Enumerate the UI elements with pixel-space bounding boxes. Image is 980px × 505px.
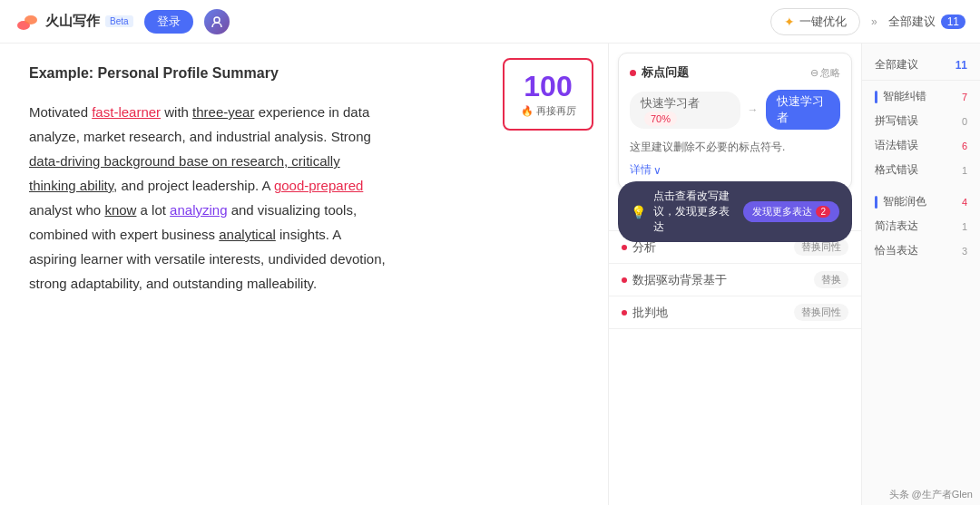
sparkle-icon: ✦ [784,15,795,29]
content-aspiring: aspiring learner with versatile interest… [29,251,386,267]
svg-point-1 [24,15,37,24]
right-label-5: 简洁表达 [875,219,918,234]
content-tools: and visualizing tools, [228,202,358,218]
right-count-1: 0 [962,116,967,127]
right-label-1: 拼写错误 [875,113,918,129]
score-chip: 70% [644,112,677,126]
right-label-2: 语法错误 [875,138,918,153]
tooltip-bar: 💡 点击查看改写建议，发现更多表达 发现更多表达 2 [618,181,852,242]
all-suggestions-label: 全部建议 [875,57,918,73]
logo-text: 火山写作 [45,13,100,30]
right-item-0[interactable]: 智能纠错 7 [862,84,980,109]
right-label-0: 智能纠错 [883,89,926,104]
mini-dot-1 [622,245,627,250]
right-count-3: 1 [962,165,967,176]
content-line4: analyze, market research, and industrial… [29,129,371,144]
word-original: 快速学习者 70% [630,92,740,129]
document-title: Example: Personal Profile Summary [29,65,579,82]
content-strong: strong adaptability, and outstanding mal… [29,276,317,291]
right-bar-0 [875,91,877,103]
right-count-0: 7 [962,92,967,102]
highlight-thinking-ability: thinking ability [29,178,113,193]
highlight-analytical: analytical [219,227,276,242]
right-item-4[interactable]: 智能润色 4 [862,189,980,214]
ignore-button[interactable]: ⊖ 忽略 [810,66,840,80]
main-content: Example: Personal Profile Summary 100 🔥 … [0,44,980,505]
content-combined: combined with expert business [29,227,219,242]
score-box: 100 🔥 再接再厉 [503,58,593,131]
right-bar-4 [875,196,877,209]
card-dot [630,70,636,76]
card-title: 标点问题 [642,64,689,81]
card-detail-button[interactable]: 详情 ∨ [630,162,840,178]
content-alot: a lot [136,202,170,218]
login-button[interactable]: 登录 [144,10,193,34]
right-item-2[interactable]: 语法错误 6 [862,133,980,158]
right-item-6[interactable]: 恰当表达 3 [862,238,980,263]
score-label: 🔥 再接再厉 [521,104,576,118]
suggestion-card-punctuation: 标点问题 ⊖ 忽略 快速学习者 70% → 快速学习者 这里建议删除不必要的标点… [618,53,852,189]
document-content: Motivated fast-learner with three-year e… [29,100,579,296]
right-count-2: 6 [962,141,967,151]
highlight-analyzing: analyzing [170,202,227,218]
suggestion-item-3[interactable]: 批判地 替换同性 [609,296,861,329]
highlight-good-prepared: good-prepared [274,178,363,193]
highlight-three-year: three-year [192,104,254,120]
suggestion-tag-3: 替换同性 [794,304,848,321]
right-count-4: 4 [962,197,967,208]
right-label-6: 恰当表达 [875,243,918,258]
word-comparison: 快速学习者 70% → 快速学习者 [630,90,840,130]
discover-more-button[interactable]: 发现更多表达 2 [743,201,839,222]
mini-dot-2 [622,277,627,283]
tooltip-count: 2 [816,206,830,218]
score-number: 100 [524,72,572,101]
content-insights: insights. A [276,227,342,242]
right-item-1[interactable]: 拼写错误 0 [862,109,980,133]
editor-area[interactable]: Example: Personal Profile Summary 100 🔥 … [0,44,608,505]
right-label-4: 智能润色 [883,194,926,209]
content-motivated: Motivated [29,104,92,120]
suggestion-item-2[interactable]: 数据驱动背景基于 替换 [609,264,861,296]
right-item-3[interactable]: 格式错误 1 [862,158,980,182]
suggestion-tag-2: 替换 [814,271,848,288]
word-suggested-button[interactable]: 快速学习者 [766,90,840,130]
content-project: , and project leadership. A [113,178,274,193]
arrow-icon: → [748,103,759,116]
content-experience: experience in data [254,104,369,120]
mini-dot-3 [622,310,627,316]
right-panel: 全部建议 11 智能纠错 7 拼写错误 0 语法错误 6 格式错误 1 智能润色 [862,44,980,505]
card-header: 标点问题 ⊖ 忽略 [630,64,840,81]
content-with: with [161,104,192,120]
highlight-know: know [104,202,136,218]
card-description: 这里建议删除不必要的标点符号. [630,139,840,155]
optimize-button[interactable]: ✦ 一键优化 [770,8,860,35]
expand-icon[interactable]: » [871,15,877,28]
right-count-6: 3 [962,246,967,257]
suggestions-count-area: 全部建议 11 [888,14,965,30]
svg-point-2 [214,17,220,23]
content-data-driving: data-driving background base on research… [29,153,340,169]
content-analyst: analyst who [29,202,104,218]
tooltip-text: 点击查看改写建议，发现更多表达 [653,189,736,235]
lightbulb-icon: 💡 [631,205,646,219]
right-item-5[interactable]: 简洁表达 1 [862,214,980,238]
logo-icon [15,9,40,34]
watermark: 头条 @生产者Glen [889,488,973,501]
highlight-fast-learner: fast-learner [92,104,161,120]
suggestion-label-3: 批判地 [632,305,668,321]
logo-area: 火山写作 Beta [15,9,133,34]
right-panel-header: 全部建议 11 [862,53,980,81]
fire-icon: 🔥 [521,105,534,117]
header: 火山写作 Beta 登录 ✦ 一键优化 » 全部建议 11 [0,0,980,44]
avatar [204,9,230,34]
all-suggestions-count: 11 [956,59,967,72]
suggestion-label-2: 数据驱动背景基于 [632,272,727,288]
middle-panel: 标点问题 ⊖ 忽略 快速学习者 70% → 快速学习者 这里建议删除不必要的标点… [608,44,862,505]
right-label-3: 格式错误 [875,162,918,178]
suggestions-badge: 11 [941,15,965,29]
right-count-5: 1 [962,221,967,232]
beta-badge: Beta [105,15,133,27]
